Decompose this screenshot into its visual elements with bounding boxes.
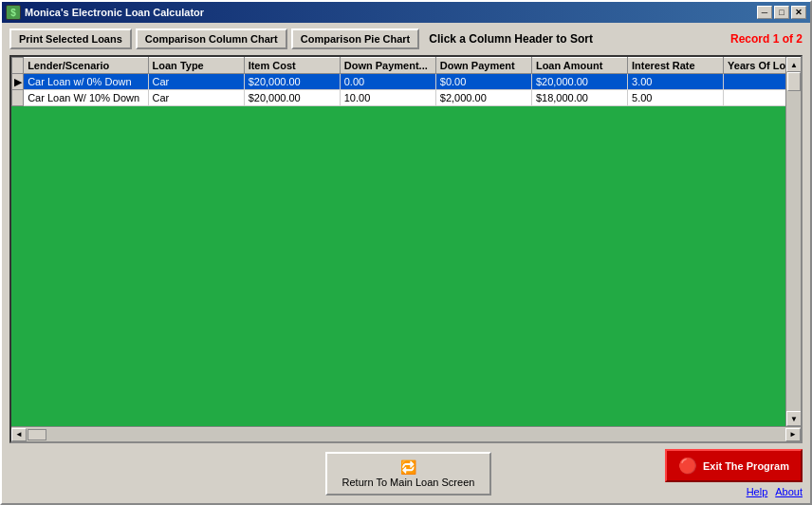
window-controls: ─ □ ✕ <box>757 6 806 19</box>
return-button[interactable]: 🔁 Return To Main Loan Screen <box>325 452 492 496</box>
record-info: Record 1 of 2 <box>730 32 803 46</box>
indicator-header <box>12 58 24 74</box>
window-title: Monica's Electronic Loan Calculator <box>25 7 753 18</box>
cell-cost: $20,000.00 <box>244 90 340 106</box>
cell-lender: Car Loan W/ 10% Down <box>24 90 148 106</box>
title-bar: $ Monica's Electronic Loan Calculator ─ … <box>2 2 810 23</box>
main-window: $ Monica's Electronic Loan Calculator ─ … <box>0 0 812 505</box>
cell-downamt: $2,000.00 <box>435 90 531 106</box>
content-area: Lender/Scenario Loan Type Item Cost Down… <box>2 55 810 443</box>
scroll-track-v[interactable] <box>786 72 801 411</box>
col-header-lender[interactable]: Lender/Scenario <box>24 58 148 74</box>
cell-downpct: 10.00 <box>340 90 435 106</box>
col-header-loan[interactable]: Loan Amount <box>531 58 627 74</box>
table-container: Lender/Scenario Loan Type Item Cost Down… <box>9 55 803 443</box>
col-header-downamt[interactable]: Down Payment <box>435 58 531 74</box>
scroll-track-h[interactable] <box>27 428 785 441</box>
exit-label: Exit The Program <box>703 460 789 472</box>
scroll-right-button[interactable]: ► <box>785 428 801 441</box>
cell-loan: $20,000.00 <box>531 74 627 90</box>
help-link[interactable]: Help <box>747 486 768 497</box>
empty-area <box>11 106 801 426</box>
minimize-button[interactable]: ─ <box>757 6 772 19</box>
footer-links: Help About <box>747 486 803 497</box>
data-table: Lender/Scenario Loan Type Item Cost Down… <box>11 57 801 106</box>
cell-interest: 3.00 <box>628 74 724 90</box>
cell-lender: Car Loan w/ 0% Down <box>24 74 148 90</box>
scroll-down-button[interactable]: ▼ <box>786 411 801 426</box>
cell-loan: $18,000.00 <box>531 90 627 106</box>
cell-cost: $20,000.00 <box>244 74 340 90</box>
row-indicator <box>12 90 24 106</box>
scroll-left-button[interactable]: ◄ <box>11 428 27 441</box>
cell-interest: 5.00 <box>628 90 724 106</box>
col-header-cost[interactable]: Item Cost <box>244 58 340 74</box>
return-label: Return To Main Loan Screen <box>342 477 475 488</box>
horizontal-scrollbar: ◄ ► <box>11 426 801 441</box>
row-indicator: ▶ <box>12 74 24 90</box>
vertical-scrollbar: ▲ ▼ <box>785 57 801 426</box>
app-icon: $ <box>6 5 21 20</box>
maximize-button[interactable]: □ <box>774 6 789 19</box>
col-header-downpct[interactable]: Down Payment... <box>340 58 435 74</box>
table-row[interactable]: ▶Car Loan w/ 0% DownCar$20,000.000.00$0.… <box>12 74 801 90</box>
col-header-interest[interactable]: Interest Rate <box>628 58 724 74</box>
table-row[interactable]: Car Loan W/ 10% DownCar$20,000.0010.00$2… <box>12 90 801 106</box>
cell-downamt: $0.00 <box>435 74 531 90</box>
cell-type: Car <box>148 74 244 90</box>
return-icon: 🔁 <box>400 459 416 475</box>
close-button[interactable]: ✕ <box>791 6 806 19</box>
print-selected-button[interactable]: Print Selected Loans <box>9 28 132 49</box>
column-chart-button[interactable]: Comparison Column Chart <box>136 28 287 49</box>
about-link[interactable]: About <box>775 486 803 497</box>
scroll-up-button[interactable]: ▲ <box>786 57 801 72</box>
scroll-thumb-v[interactable] <box>787 72 801 91</box>
toolbar: Print Selected Loans Comparison Column C… <box>2 23 810 55</box>
cell-type: Car <box>148 90 244 106</box>
col-header-type[interactable]: Loan Type <box>148 58 244 74</box>
footer-center: 🔁 Return To Main Loan Screen <box>152 452 665 496</box>
scroll-thumb-h[interactable] <box>28 429 46 440</box>
pie-chart-button[interactable]: Comparison Pie Chart <box>291 28 420 49</box>
footer: 🔁 Return To Main Loan Screen 🔴 Exit The … <box>2 443 810 503</box>
exit-button[interactable]: 🔴 Exit The Program <box>665 449 803 482</box>
sort-hint: Click a Column Header to Sort <box>429 32 727 46</box>
cell-downpct: 0.00 <box>340 74 435 90</box>
exit-icon: 🔴 <box>678 457 697 475</box>
footer-right: 🔴 Exit The Program Help About <box>665 449 803 497</box>
